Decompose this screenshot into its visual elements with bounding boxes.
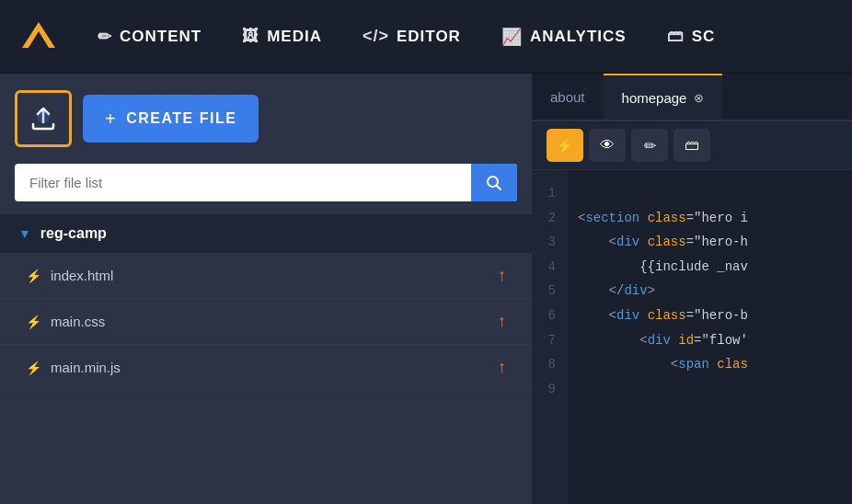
code-line-5: </div> — [578, 279, 843, 304]
filter-input[interactable] — [15, 164, 471, 201]
logo[interactable] — [15, 13, 63, 61]
nav-sc[interactable]: 🗃 SC — [651, 19, 732, 53]
pencil-icon: ✏ — [644, 137, 656, 155]
bolt-icon: ⚡ — [26, 315, 41, 329]
file-tree: ▼ reg-camp ⚡ index.html ↑ ⚡ main.css ↑ — [0, 214, 532, 504]
upload-arrow-icon: ↑ — [498, 358, 506, 377]
editor-icon: </> — [363, 27, 389, 46]
analytics-icon: 📈 — [501, 27, 523, 47]
nav-content[interactable]: ✏ CONTENT — [81, 19, 218, 54]
code-line-8: <span clas — [578, 352, 843, 377]
tab-homepage[interactable]: homepage ⊗ — [604, 74, 723, 120]
search-bar — [15, 164, 517, 201]
svg-line-5 — [497, 185, 501, 189]
file-left: ⚡ index.html — [26, 268, 113, 283]
code-line-6: <div class="hero-b — [578, 304, 843, 328]
code-line-9 — [578, 377, 843, 402]
nav-analytics[interactable]: 📈 ANALYTICS — [485, 19, 643, 54]
toolbar-lightning-button[interactable]: ⚡ — [547, 129, 583, 162]
sidebar-header: + CREATE FILE — [0, 74, 532, 164]
code-line-7: <div id="flow' — [578, 328, 843, 353]
sc-icon: 🗃 — [667, 27, 685, 46]
nav-editor[interactable]: </> EDITOR — [346, 19, 478, 53]
main-layout: + CREATE FILE ▼ reg-camp — [0, 74, 852, 504]
toolbar-preview-button[interactable]: 👁 — [589, 129, 626, 162]
upload-button[interactable] — [15, 90, 72, 147]
chevron-icon: ▼ — [18, 226, 31, 241]
code-line-1 — [578, 181, 843, 206]
folder-row[interactable]: ▼ reg-camp — [0, 214, 532, 253]
lightning-icon: ⚡ — [556, 137, 574, 155]
sidebar: + CREATE FILE ▼ reg-camp — [0, 74, 532, 504]
tab-about[interactable]: about — [532, 74, 604, 120]
eye-icon: 👁 — [600, 137, 615, 154]
database-icon: 🗃 — [685, 137, 699, 154]
bolt-icon: ⚡ — [26, 269, 41, 283]
code-line-2: <section class="hero i — [578, 206, 843, 231]
editor-tabs: about homepage ⊗ — [532, 74, 852, 121]
plus-icon: + — [105, 109, 117, 130]
svg-point-3 — [37, 110, 50, 123]
toolbar-edit-button[interactable]: ✏ — [631, 129, 668, 162]
toolbar-db-button[interactable]: 🗃 — [674, 129, 710, 162]
file-left: ⚡ main.min.js — [26, 360, 121, 375]
search-button[interactable] — [471, 164, 517, 201]
tab-close-icon[interactable]: ⊗ — [694, 91, 704, 105]
upload-arrow-icon: ↑ — [498, 312, 506, 331]
top-nav: ✏ CONTENT 🖼 MEDIA </> EDITOR 📈 ANALYTICS… — [0, 0, 852, 74]
file-row[interactable]: ⚡ main.min.js ↑ — [0, 345, 532, 391]
nav-media[interactable]: 🖼 MEDIA — [225, 19, 339, 53]
editor-area: about homepage ⊗ ⚡ 👁 ✏ 🗃 1 — [532, 74, 852, 504]
editor-toolbar: ⚡ 👁 ✏ 🗃 — [532, 121, 852, 170]
code-line-4: {{include _nav — [578, 255, 843, 280]
file-left: ⚡ main.css — [26, 314, 105, 329]
bolt-icon: ⚡ — [26, 361, 41, 375]
create-file-button[interactable]: + CREATE FILE — [83, 95, 259, 143]
code-line-3: <div class="hero-h — [578, 230, 843, 255]
code-editor[interactable]: 1 2 3 4 5 6 7 8 9 <section class="hero i… — [532, 170, 852, 504]
content-icon: ✏ — [98, 27, 112, 47]
file-row[interactable]: ⚡ main.css ↑ — [0, 299, 532, 345]
media-icon: 🖼 — [242, 27, 259, 46]
file-row[interactable]: ⚡ index.html ↑ — [0, 253, 532, 299]
line-numbers: 1 2 3 4 5 6 7 8 9 — [532, 170, 569, 504]
upload-arrow-icon: ↑ — [498, 266, 506, 285]
code-content[interactable]: <section class="hero i <div class="hero-… — [569, 170, 852, 504]
